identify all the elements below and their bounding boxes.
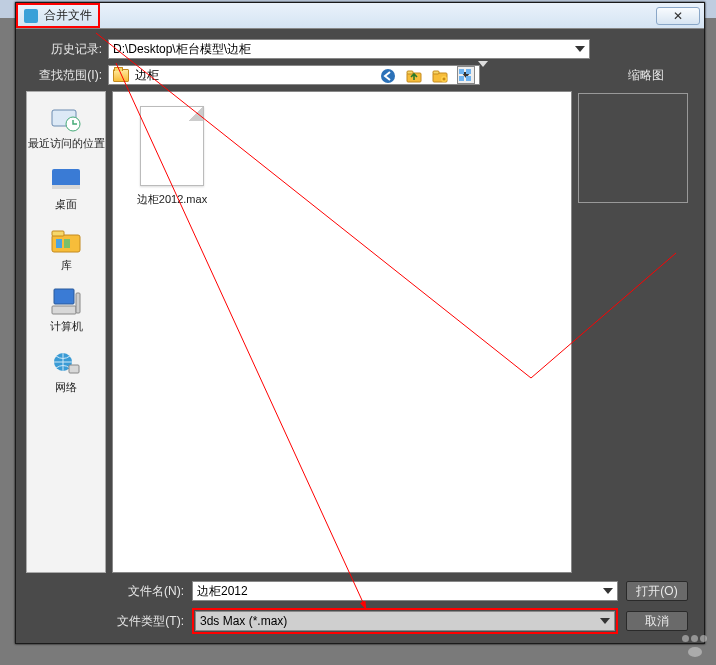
filetype-highlight: 3ds Max (*.max) — [192, 608, 618, 634]
close-icon: ✕ — [673, 9, 683, 23]
scope-value: 边柜 — [135, 67, 159, 84]
filetype-value: 3ds Max (*.max) — [200, 614, 287, 628]
thumbnail-preview — [578, 93, 688, 203]
svg-rect-21 — [76, 293, 80, 313]
sidebar-item-recent[interactable]: 最近访问的位置 — [27, 100, 105, 159]
history-label: 历史记录: — [26, 41, 102, 58]
sidebar-item-library[interactable]: 库 — [27, 222, 105, 281]
svg-rect-8 — [459, 76, 464, 81]
title-area: 合并文件 — [16, 3, 100, 28]
svg-point-0 — [381, 69, 395, 83]
views-icon[interactable] — [458, 68, 474, 84]
chevron-down-icon — [600, 618, 610, 624]
library-icon — [49, 226, 83, 256]
svg-rect-20 — [52, 306, 76, 314]
filename-value: 边柜2012 — [197, 583, 248, 600]
scope-label: 查找范围(I): — [26, 67, 102, 84]
svg-rect-6 — [459, 69, 464, 74]
chevron-down-icon[interactable] — [478, 67, 488, 85]
recent-icon — [49, 104, 83, 134]
close-button[interactable]: ✕ — [656, 7, 700, 25]
places-sidebar: 最近访问的位置 桌面 库 计算机 — [26, 91, 106, 573]
window-title: 合并文件 — [44, 7, 92, 24]
filename-label: 文件名(N): — [112, 583, 184, 600]
sidebar-item-label: 桌面 — [55, 197, 77, 212]
app-icon — [24, 9, 38, 23]
file-list[interactable]: 边柜2012.max — [112, 91, 572, 573]
thumbnail-label: 缩略图 — [628, 67, 664, 84]
history-row: 历史记录: D:\Desktop\柜台模型\边柜 — [26, 39, 590, 59]
sidebar-item-label: 计算机 — [50, 319, 83, 334]
svg-rect-7 — [466, 69, 471, 74]
filetype-combo[interactable]: 3ds Max (*.max) — [195, 611, 615, 631]
cancel-button[interactable]: 取消 — [626, 611, 688, 631]
svg-rect-2 — [407, 71, 413, 74]
bottom-area: 文件名(N): 边柜2012 打开(O) 文件类型(T): 3ds Max (*… — [112, 579, 688, 633]
title-bar: 合并文件 ✕ — [16, 3, 704, 29]
svg-rect-18 — [64, 239, 70, 248]
sidebar-item-desktop[interactable]: 桌面 — [27, 161, 105, 220]
sidebar-item-label: 网络 — [55, 380, 77, 395]
network-icon — [49, 348, 83, 378]
file-item[interactable]: 边柜2012.max — [127, 106, 217, 207]
document-icon — [140, 106, 204, 186]
up-folder-icon[interactable] — [406, 68, 422, 84]
svg-rect-9 — [466, 76, 471, 81]
desktop-icon — [49, 165, 83, 195]
computer-icon — [49, 287, 83, 317]
chevron-down-icon — [575, 46, 585, 52]
sidebar-item-network[interactable]: 网络 — [27, 344, 105, 403]
filetype-label: 文件类型(T): — [112, 613, 184, 630]
new-folder-icon[interactable] — [432, 68, 448, 84]
history-value: D:\Desktop\柜台模型\边柜 — [113, 41, 251, 58]
sidebar-item-label: 库 — [61, 258, 72, 273]
watermark-icon — [681, 628, 708, 657]
svg-rect-16 — [52, 231, 64, 236]
svg-rect-4 — [433, 71, 439, 74]
svg-rect-19 — [54, 289, 74, 304]
chevron-down-icon — [603, 588, 613, 594]
back-icon[interactable] — [380, 68, 396, 84]
svg-rect-17 — [56, 239, 62, 248]
open-button[interactable]: 打开(O) — [626, 581, 688, 601]
history-combo[interactable]: D:\Desktop\柜台模型\边柜 — [108, 39, 590, 59]
svg-rect-23 — [69, 365, 79, 373]
folder-icon — [113, 69, 129, 82]
filename-combo[interactable]: 边柜2012 — [192, 581, 618, 601]
file-name: 边柜2012.max — [127, 192, 217, 207]
sidebar-item-computer[interactable]: 计算机 — [27, 283, 105, 342]
svg-rect-14 — [52, 185, 80, 189]
merge-file-dialog: 合并文件 ✕ 历史记录: D:\Desktop\柜台模型\边柜 查找范围(I):… — [15, 2, 705, 644]
toolbar — [380, 67, 488, 85]
sidebar-item-label: 最近访问的位置 — [28, 136, 105, 151]
